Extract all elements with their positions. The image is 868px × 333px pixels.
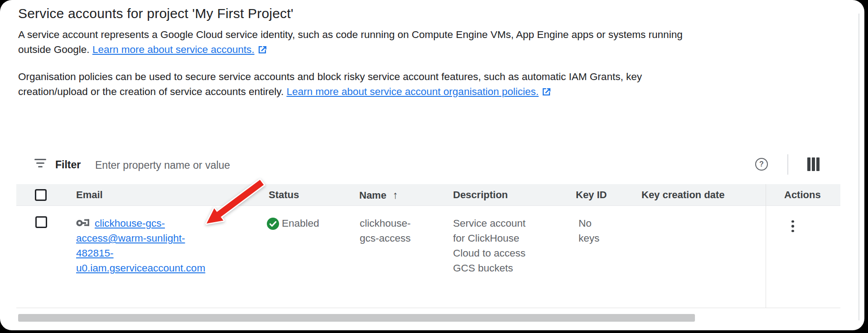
email-cell: clickhouse-gcs- access@warm-sunlight- 48… [76, 216, 230, 276]
column-header-description[interactable]: Description [453, 184, 508, 206]
key-id-line: No [579, 216, 599, 231]
email-link[interactable]: u0.iam.gserviceaccount.com [76, 262, 205, 274]
column-header-key-creation-date[interactable]: Key creation date [641, 184, 724, 206]
intro-paragraph-1-line-1: A service account represents a Google Cl… [18, 27, 683, 42]
name-cell: clickhouse- gcs-access [360, 216, 411, 246]
intro-paragraph-1: A service account represents a Google Cl… [18, 27, 683, 57]
horizontal-scrollbar-thumb[interactable] [18, 314, 695, 322]
check-circle-icon [267, 218, 279, 232]
column-header-email[interactable]: Email [76, 184, 103, 206]
email-link[interactable]: access@warm-sunlight- [76, 233, 185, 244]
name-line: gcs-access [360, 231, 411, 246]
filter-icon[interactable] [34, 159, 46, 169]
description-line: GCS buckets [453, 261, 526, 276]
filter-input[interactable] [94, 157, 386, 174]
table-bottom-border [16, 308, 840, 308]
key-id-line: keys [579, 231, 599, 246]
service-account-key-icon [76, 217, 90, 233]
intro-paragraph-2: Organisation policies can be used to sec… [18, 69, 642, 99]
intro-paragraph-2-line-1: Organisation policies can be used to sec… [18, 69, 642, 84]
column-header-name[interactable]: Name↑ [359, 184, 398, 206]
filter-label: Filter [55, 159, 81, 171]
row-actions-kebab-menu[interactable] [786, 216, 799, 237]
description-line: Cloud to access [453, 246, 526, 261]
email-line-1: clickhouse-gcs- [76, 216, 230, 231]
description-cell: Service account for ClickHouse Cloud to … [453, 216, 526, 276]
intro-paragraph-2-line-2-text: creation/upload or the creation of servi… [18, 86, 286, 97]
help-icon[interactable]: ? [755, 158, 768, 171]
filter-bar-divider [787, 154, 788, 175]
external-link-icon [258, 45, 267, 54]
column-header-name-label: Name [359, 190, 386, 201]
name-line: clickhouse- [360, 216, 411, 231]
email-link[interactable]: clickhouse-gcs- [95, 218, 165, 229]
column-header-key-id[interactable]: Key ID [576, 184, 607, 206]
learn-more-service-accounts-link[interactable]: Learn more about service accounts. [92, 44, 255, 55]
intro-paragraph-1-line-2-text: outside Google. [18, 44, 92, 55]
row-checkbox[interactable] [35, 216, 47, 228]
header-checkbox[interactable] [35, 189, 47, 201]
external-link-icon [542, 87, 551, 96]
intro-paragraph-1-line-2: outside Google. Learn more about service… [18, 42, 683, 57]
sort-arrow-up-icon: ↑ [393, 184, 398, 206]
content-right-border [858, 14, 859, 320]
page-title: Service accounts for project 'My First P… [18, 6, 294, 21]
status-text: Enabled [282, 216, 319, 231]
service-accounts-page: Service accounts for project 'My First P… [0, 0, 868, 333]
description-line: Service account [453, 216, 526, 231]
column-header-actions: Actions [784, 184, 821, 206]
actions-column-divider [766, 184, 766, 308]
description-line: for ClickHouse [453, 231, 526, 246]
column-header-status[interactable]: Status [269, 184, 299, 206]
key-id-cell: No keys [579, 216, 599, 246]
learn-more-org-policies-link[interactable]: Learn more about service account organis… [286, 86, 539, 97]
email-link[interactable]: 482815- [76, 247, 114, 259]
intro-paragraph-2-line-2: creation/upload or the creation of servi… [18, 84, 642, 99]
column-display-icon[interactable] [807, 157, 820, 171]
